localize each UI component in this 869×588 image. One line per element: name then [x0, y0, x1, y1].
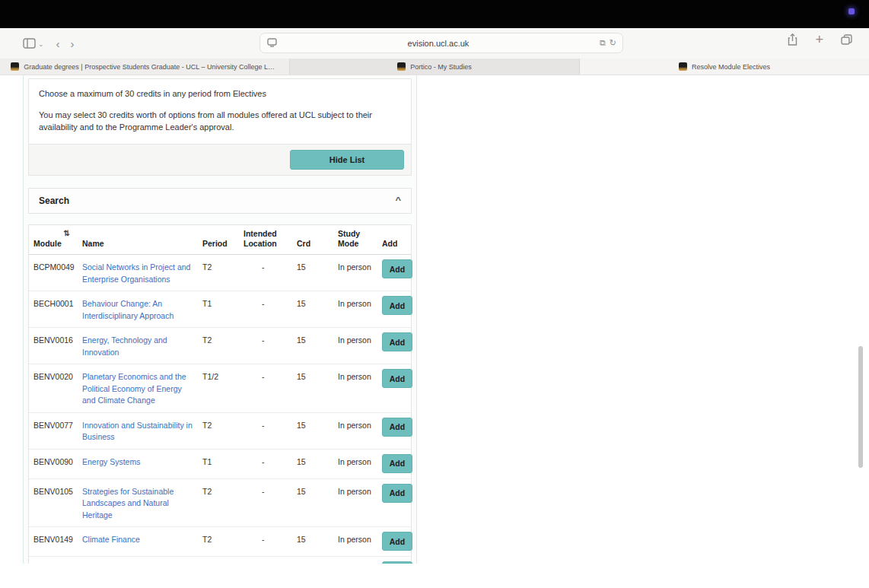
- column-header-period: Period: [202, 239, 244, 249]
- add-button[interactable]: Add: [382, 332, 412, 351]
- period-value: T2: [202, 335, 244, 347]
- column-header-crd: Crd: [297, 239, 338, 249]
- intended-location-value: -: [244, 456, 297, 469]
- ucl-favicon: [397, 62, 406, 71]
- add-button[interactable]: Add: [382, 259, 412, 278]
- url-text: evision.ucl.ac.uk: [277, 39, 600, 48]
- reload-icon[interactable]: ↻: [610, 39, 616, 47]
- table-row: BENV0077 Innovation and Sustainability i…: [29, 413, 411, 450]
- tab-bar: Graduate degrees | Prospective Students …: [0, 59, 869, 75]
- period-value: T2: [202, 534, 244, 546]
- back-button[interactable]: ‹: [56, 38, 60, 49]
- table-header-row: ⇅ Module Name Period Intended Location C…: [29, 225, 411, 256]
- system-menubar: [0, 0, 869, 28]
- module-code: BENV0105: [33, 486, 82, 498]
- sort-icon[interactable]: ⇅: [33, 229, 82, 239]
- column-header-study-mode: Study Mode: [338, 229, 382, 249]
- study-mode-value: In person: [338, 335, 382, 347]
- credits-value: 15: [297, 534, 338, 546]
- page-format-icon[interactable]: [267, 37, 277, 50]
- instructions-card-footer: Hide List: [29, 144, 411, 175]
- intended-location-value: -: [244, 262, 297, 274]
- search-title: Search: [39, 195, 69, 206]
- ucl-favicon: [679, 62, 687, 71]
- study-mode-value: In person: [338, 262, 382, 274]
- study-mode-value: In person: [338, 371, 382, 383]
- tab-label: Graduate degrees | Prospective Students …: [24, 63, 278, 71]
- forward-button[interactable]: ›: [71, 38, 75, 49]
- screen: ⌄ ‹ › evision.ucl.ac.uk ⧉ ↻: [0, 0, 869, 588]
- add-button[interactable]: Add: [382, 532, 412, 551]
- study-mode-value: In person: [338, 298, 382, 310]
- module-link[interactable]: Energy, Technology and Innovation: [82, 335, 167, 357]
- tab-portico-my-studies[interactable]: Portico - My Studies: [290, 59, 580, 75]
- tab-resolve-module-electives[interactable]: Resolve Module Electives: [580, 59, 869, 75]
- table-row: BECH0001 Behaviour Change: An Interdisci…: [29, 291, 411, 328]
- study-mode-value: In person: [338, 486, 382, 498]
- new-tab-icon[interactable]: +: [815, 33, 823, 46]
- module-code: BENV0090: [33, 456, 82, 469]
- share-icon[interactable]: [788, 33, 797, 46]
- tab-label: Resolve Module Electives: [692, 63, 770, 71]
- add-button[interactable]: Add: [382, 369, 412, 388]
- hide-list-button[interactable]: Hide List: [290, 150, 404, 170]
- add-button[interactable]: Add: [382, 296, 412, 315]
- recording-indicator-dot: [848, 8, 855, 14]
- intended-location-value: -: [244, 371, 297, 383]
- study-mode-value: In person: [338, 420, 382, 432]
- module-link[interactable]: Social Networks in Project and Enterpris…: [82, 262, 190, 284]
- period-value: T2: [202, 486, 244, 498]
- period-value: T1: [202, 456, 244, 469]
- module-link[interactable]: Planetary Economics and the Political Ec…: [82, 372, 186, 405]
- credits-value: 15: [297, 335, 338, 347]
- credits-value: 15: [297, 262, 338, 274]
- module-link[interactable]: Strategies for Sustainable Landscapes an…: [82, 487, 173, 520]
- module-code: BECH0001: [33, 298, 82, 310]
- table-row: BGLP0001 Pathways to Prosperity 1: Globa…: [29, 557, 411, 564]
- tab-overview-icon[interactable]: [841, 34, 852, 45]
- module-link[interactable]: Behaviour Change: An Interdisciplinary A…: [82, 299, 173, 320]
- module-link[interactable]: Innovation and Sustainability in Busines…: [82, 421, 193, 442]
- module-code: BENV0149: [33, 534, 82, 546]
- credits-value: 15: [297, 371, 338, 383]
- intended-location-value: -: [244, 335, 297, 347]
- module-link[interactable]: Energy Systems: [82, 457, 140, 466]
- intended-location-value: -: [244, 486, 297, 498]
- table-row: BENV0149 Climate Finance T2 - 15 In pers…: [29, 527, 411, 557]
- intended-location-value: -: [244, 298, 297, 310]
- add-button[interactable]: Add: [382, 418, 412, 437]
- period-value: T2: [202, 420, 244, 432]
- chevron-up-icon[interactable]: ^: [395, 196, 401, 205]
- period-value: T2: [202, 262, 244, 274]
- column-header-module: ⇅ Module: [33, 229, 82, 250]
- credits-value: 15: [297, 486, 338, 498]
- instruction-line-1: Choose a maximum of 30 credits in any pe…: [39, 87, 401, 100]
- table-row: BCPM0049 Social Networks in Project and …: [29, 255, 411, 291]
- table-row: BENV0016 Energy, Technology and Innovati…: [29, 328, 411, 364]
- add-button[interactable]: Add: [382, 454, 412, 473]
- module-code: BCPM0049: [33, 262, 82, 274]
- module-code: BENV0016: [33, 335, 82, 347]
- intended-location-value: -: [244, 534, 297, 546]
- study-mode-value: In person: [338, 456, 382, 469]
- add-button[interactable]: Add: [382, 484, 412, 503]
- sidebar-toggle-icon[interactable]: [23, 38, 36, 49]
- chevron-down-icon[interactable]: ⌄: [38, 40, 44, 48]
- add-button[interactable]: Add: [382, 561, 412, 564]
- modules-table: ⇅ Module Name Period Intended Location C…: [28, 224, 412, 564]
- scrollbar-thumb[interactable]: [858, 346, 863, 468]
- search-section-header[interactable]: Search ^: [28, 188, 412, 214]
- browser-toolbar: ⌄ ‹ › evision.ucl.ac.uk ⧉ ↻: [0, 28, 869, 59]
- tab-label: Portico - My Studies: [410, 63, 472, 71]
- module-code: BENV0020: [33, 371, 82, 383]
- address-bar[interactable]: evision.ucl.ac.uk ⧉ ↻: [259, 33, 623, 53]
- credits-value: 15: [297, 456, 338, 469]
- tab-graduate-degrees[interactable]: Graduate degrees | Prospective Students …: [0, 59, 290, 75]
- instructions-card: Choose a maximum of 30 credits in any pe…: [28, 78, 412, 176]
- credits-value: 15: [297, 298, 338, 310]
- intended-location-value: -: [244, 420, 297, 432]
- module-link[interactable]: Climate Finance: [82, 535, 140, 544]
- table-row: BENV0090 Energy Systems T1 - 15 In perso…: [29, 450, 411, 479]
- tab-group-icon[interactable]: ⧉: [600, 39, 606, 47]
- column-header-intended-location: Intended Location: [244, 229, 297, 249]
